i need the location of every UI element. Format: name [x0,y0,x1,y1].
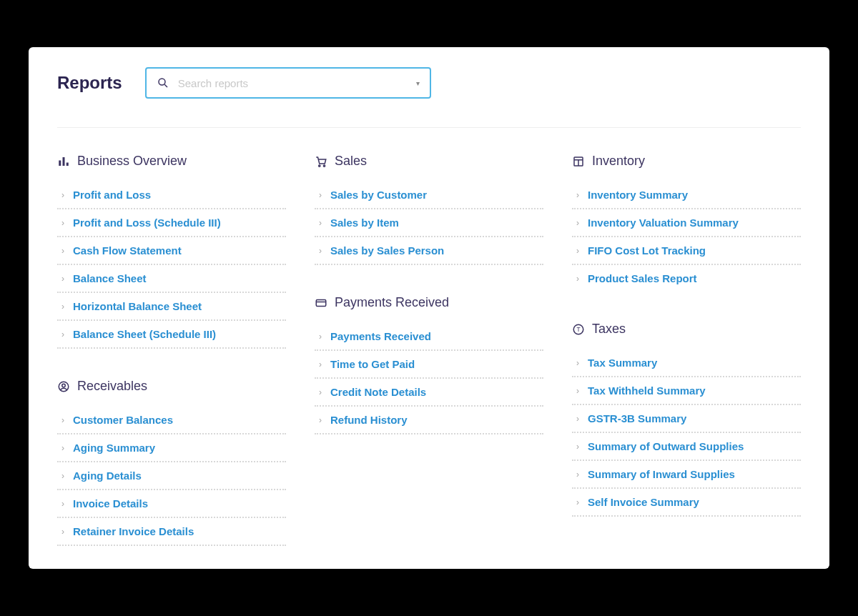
report-label: Sales by Item [330,217,399,229]
chevron-right-icon: › [61,500,64,508]
section-title: Receivables [77,379,147,394]
chevron-right-icon: › [576,247,579,255]
report-link[interactable]: ›Self Invoice Summary [572,489,801,517]
report-link[interactable]: ›Inventory Summary [572,182,801,209]
chevron-right-icon: › [576,414,579,423]
section-head: Receivables [57,379,286,394]
chevron-right-icon: › [61,274,64,283]
report-label: Product Sales Report [588,272,697,284]
report-link[interactable]: ›Sales by Sales Person [315,237,543,265]
svg-rect-2 [59,160,61,166]
report-link[interactable]: ›Product Sales Report [572,265,801,292]
chevron-right-icon: › [319,388,322,397]
section-taxes: T Taxes ›Tax Summary ›Tax Withheld Summa… [572,322,801,517]
report-link[interactable]: ›GSTR-3B Summary [572,405,801,433]
chevron-right-icon: › [61,527,64,536]
chevron-right-icon: › [576,191,579,199]
report-link[interactable]: ›Aging Details [57,462,286,490]
report-link[interactable]: ›Sales by Item [315,209,543,237]
report-columns: Business Overview ›Profit and Loss ›Prof… [57,154,801,569]
chevron-right-icon: › [61,247,64,255]
report-link[interactable]: ›Profit and Loss (Schedule III) [57,209,286,237]
report-link[interactable]: ›Payments Received [315,323,543,351]
section-title: Inventory [592,154,645,169]
chevron-right-icon: › [576,470,579,479]
chevron-right-icon: › [576,498,579,507]
section-title: Taxes [592,322,626,337]
report-link[interactable]: ›Horizontal Balance Sheet [57,293,286,321]
report-link[interactable]: ›Balance Sheet [57,265,286,293]
chevron-right-icon: › [319,247,322,255]
chevron-right-icon: › [576,274,579,283]
report-link[interactable]: ›Invoice Details [57,490,286,518]
report-link[interactable]: ›Cash Flow Statement [57,237,286,265]
search-input[interactable] [178,77,408,89]
svg-rect-9 [316,299,326,306]
svg-line-1 [164,84,167,87]
report-link[interactable]: ›Summary of Inward Supplies [572,461,801,489]
report-label: FIFO Cost Lot Tracking [588,244,706,257]
chevron-right-icon: › [61,444,64,452]
report-link[interactable]: ›Aging Summary [57,434,286,462]
report-label: Inventory Summary [588,189,688,201]
column-0: Business Overview ›Profit and Loss ›Prof… [57,154,286,569]
chevron-right-icon: › [61,191,64,199]
report-label: Customer Balances [73,414,173,426]
chevron-right-icon: › [319,360,322,369]
report-link[interactable]: ›Refund History [315,407,543,434]
report-link[interactable]: ›Customer Balances [57,407,286,434]
page-title: Reports [57,73,122,93]
report-label: Invoice Details [73,497,148,510]
credit-card-icon [315,297,327,309]
chevron-right-icon: › [576,359,579,367]
report-link[interactable]: ›Inventory Valuation Summary [572,209,801,237]
report-label: Balance Sheet [73,272,147,284]
chevron-right-icon: › [319,219,322,227]
chevron-right-icon: › [61,472,64,480]
report-link[interactable]: ›Sales by Customer [315,182,543,209]
search-box[interactable]: ▾ [145,67,431,99]
report-link[interactable]: ›Tax Summary [572,349,801,377]
chevron-down-icon[interactable]: ▾ [416,79,420,87]
section-head: Sales [315,154,543,169]
report-label: Profit and Loss (Schedule III) [73,217,221,229]
chevron-right-icon: › [319,416,322,424]
chevron-right-icon: › [61,219,64,227]
section-head: T Taxes [572,322,801,337]
report-link[interactable]: ›Tax Withheld Summary [572,377,801,405]
report-label: Cash Flow Statement [73,244,182,257]
column-2: Inventory ›Inventory Summary ›Inventory … [572,154,801,569]
report-link[interactable]: ›FIFO Cost Lot Tracking [572,237,801,265]
report-label: Balance Sheet (Schedule III) [73,328,216,340]
report-label: Horizontal Balance Sheet [73,300,202,312]
chevron-right-icon: › [576,219,579,227]
section-title: Payments Received [335,295,449,310]
bar-chart-icon [57,155,70,168]
report-label: Payments Received [330,330,431,342]
report-label: Self Invoice Summary [588,496,699,508]
svg-point-0 [159,79,165,85]
report-link[interactable]: ›Retainer Invoice Details [57,518,286,546]
svg-point-7 [319,164,320,166]
report-label: Inventory Valuation Summary [588,217,739,229]
report-link[interactable]: ›Summary of Outward Supplies [572,433,801,461]
report-label: Sales by Sales Person [330,244,444,257]
report-link[interactable]: ›Balance Sheet (Schedule III) [57,321,286,349]
report-link[interactable]: ›Credit Note Details [315,379,543,407]
report-label: GSTR-3B Summary [588,412,686,424]
report-label: Aging Summary [73,442,155,454]
report-link[interactable]: ›Profit and Loss [57,182,286,209]
cart-icon [315,155,327,168]
divider [57,127,801,128]
svg-rect-4 [66,162,69,166]
chevron-right-icon: › [576,387,579,395]
chevron-right-icon: › [61,330,64,339]
report-link[interactable]: ›Time to Get Paid [315,351,543,379]
report-label: Tax Withheld Summary [588,384,706,397]
report-label: Retainer Invoice Details [73,525,194,537]
svg-point-8 [323,164,325,166]
section-head: Inventory [572,154,801,169]
chevron-right-icon: › [576,442,579,451]
svg-text:T: T [576,327,580,333]
report-label: Summary of Outward Supplies [588,440,744,452]
